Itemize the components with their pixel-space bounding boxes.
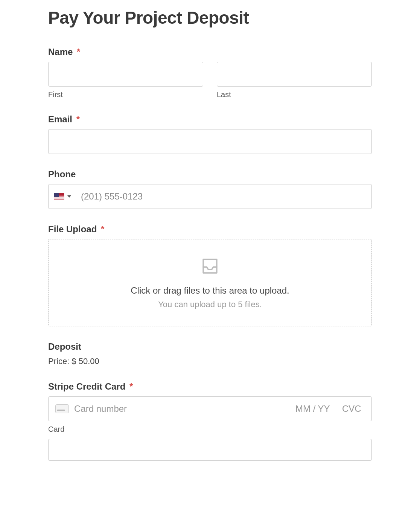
phone-label-text: Phone [48, 169, 76, 179]
stripe-label: Stripe Credit Card * [48, 381, 372, 392]
inbox-icon [56, 256, 364, 276]
stripe-field-group: Stripe Credit Card * Card [48, 381, 372, 461]
last-name-input[interactable] [217, 62, 372, 87]
deposit-price: Price: $ 50.00 [48, 356, 372, 366]
card-expiry-input[interactable] [295, 404, 337, 414]
credit-card-icon [55, 404, 69, 413]
last-name-sublabel: Last [217, 90, 372, 99]
country-code-select[interactable] [49, 193, 76, 200]
required-asterisk: * [77, 47, 80, 57]
deposit-label: Deposit [48, 341, 372, 352]
us-flag-icon [54, 193, 64, 200]
email-label: Email * [48, 114, 372, 125]
email-label-text: Email [48, 114, 72, 124]
name-label-text: Name [48, 47, 73, 57]
deposit-label-text: Deposit [48, 341, 81, 352]
stripe-label-text: Stripe Credit Card [48, 381, 125, 391]
file-dropzone[interactable]: Click or drag files to this area to uplo… [48, 239, 372, 326]
email-input[interactable] [48, 129, 372, 154]
file-upload-field-group: File Upload * Click or drag files to thi… [48, 224, 372, 326]
first-name-input[interactable] [48, 62, 203, 87]
cardholder-input[interactable] [48, 439, 372, 461]
dropzone-title: Click or drag files to this area to uplo… [56, 285, 364, 296]
deposit-field-group: Deposit Price: $ 50.00 [48, 341, 372, 366]
phone-label: Phone [48, 169, 372, 180]
file-upload-label-text: File Upload [48, 224, 97, 234]
file-upload-label: File Upload * [48, 224, 372, 235]
required-asterisk: * [129, 381, 133, 391]
required-asterisk: * [101, 224, 104, 234]
card-sublabel: Card [48, 425, 372, 434]
email-field-group: Email * [48, 114, 372, 154]
card-input-wrapper [48, 396, 372, 421]
card-number-input[interactable] [74, 404, 290, 414]
chevron-down-icon [67, 195, 71, 198]
card-cvc-input[interactable] [342, 404, 365, 414]
phone-input[interactable] [76, 184, 371, 209]
phone-field-group: Phone [48, 169, 372, 209]
first-name-sublabel: First [48, 90, 203, 99]
name-field-group: Name * First Last [48, 47, 372, 99]
phone-input-wrapper [48, 184, 372, 209]
name-label: Name * [48, 47, 372, 57]
required-asterisk: * [76, 114, 80, 124]
dropzone-subtitle: You can upload up to 5 files. [56, 300, 364, 309]
page-title: Pay Your Project Deposit [48, 8, 372, 28]
